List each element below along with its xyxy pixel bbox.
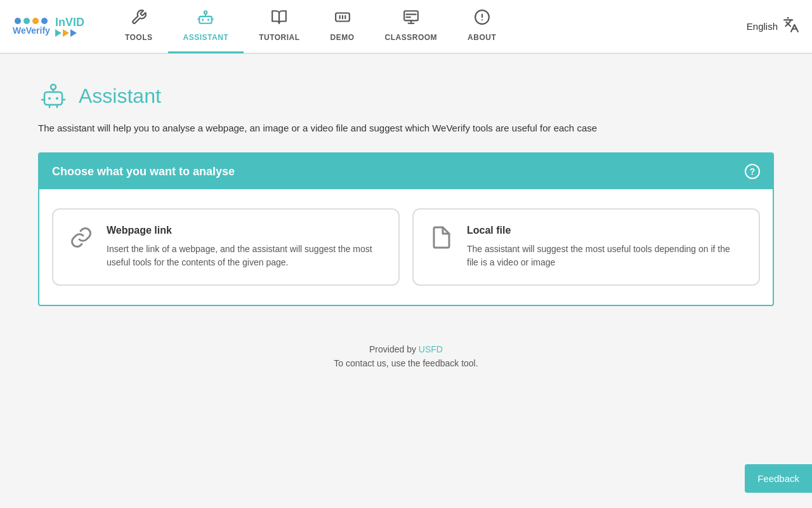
dot-4 xyxy=(41,18,48,24)
main-content: Assistant The assistant will help you to… xyxy=(0,54,812,381)
nav-classroom[interactable]: CLASSROOM xyxy=(370,0,453,53)
nav-demo-label: DEMO xyxy=(331,33,355,42)
feedback-button[interactable]: Feedback xyxy=(745,464,812,493)
main-nav: TOOLS ASSISTANT TUTORIAL xyxy=(110,0,747,53)
nav-tutorial[interactable]: TUTORIAL xyxy=(244,0,315,53)
link-icon xyxy=(69,225,94,253)
dot-2 xyxy=(23,18,30,24)
assistant-icon xyxy=(197,9,214,29)
localfile-card-title: Local file xyxy=(467,225,743,236)
invid-text: InVID xyxy=(55,16,84,29)
language-label: English xyxy=(747,21,778,32)
weverify-text: WeVerify xyxy=(13,25,50,36)
page-header: Assistant xyxy=(38,79,774,112)
footer-line2: To contact us, use the feedback tool. xyxy=(38,358,774,368)
nav-tools-label: TOOLS xyxy=(125,33,153,42)
webpage-card-title: Webpage link xyxy=(107,225,383,236)
footer-line1: Provided by USFD xyxy=(38,344,774,354)
webpage-card-desc: Insert the link of a webpage, and the as… xyxy=(107,243,383,269)
arrow-2 xyxy=(63,29,69,37)
nav-tutorial-label: TUTORIAL xyxy=(259,33,299,42)
tutorial-icon xyxy=(271,9,287,29)
nav-about[interactable]: ABOUT xyxy=(452,0,511,53)
about-icon xyxy=(474,9,490,29)
demo-icon xyxy=(334,9,351,29)
language-selector[interactable]: English xyxy=(747,17,799,37)
nav-assistant-label: ASSISTANT xyxy=(183,33,229,42)
svg-rect-0 xyxy=(200,17,213,23)
tools-icon xyxy=(131,9,147,29)
svg-point-22 xyxy=(48,97,51,100)
svg-rect-11 xyxy=(404,11,418,20)
localfile-card-desc: The assistant will suggest the most usef… xyxy=(467,243,743,269)
file-icon xyxy=(429,225,454,253)
help-button[interactable]: ? xyxy=(745,164,760,179)
nav-about-label: ABOUT xyxy=(468,33,496,42)
page-description: The assistant will help you to analyse a… xyxy=(38,123,774,133)
localfile-card[interactable]: Local file The assistant will suggest th… xyxy=(412,208,760,286)
nav-tools[interactable]: TOOLS xyxy=(110,0,168,53)
analysis-panel: Choose what you want to analyse ? Webpag… xyxy=(38,152,774,306)
nav-classroom-label: CLASSROOM xyxy=(385,33,438,42)
invid-arrows xyxy=(55,29,77,37)
panel-title: Choose what you want to analyse xyxy=(52,165,235,178)
translate-icon xyxy=(783,17,799,37)
webpage-card-content: Webpage link Insert the link of a webpag… xyxy=(107,225,383,269)
panel-body: Webpage link Insert the link of a webpag… xyxy=(39,189,773,305)
nav-demo[interactable]: DEMO xyxy=(315,0,370,53)
svg-point-23 xyxy=(56,97,58,100)
arrow-3 xyxy=(70,29,77,37)
arrow-1 xyxy=(55,29,62,37)
dot-3 xyxy=(32,18,39,24)
dot-1 xyxy=(15,18,21,24)
weverify-logo: WeVerify xyxy=(13,18,50,36)
usfd-link[interactable]: USFD xyxy=(419,344,443,354)
nav-assistant[interactable]: ASSISTANT xyxy=(168,0,244,53)
invid-logo: InVID xyxy=(55,16,84,37)
footer: Provided by USFD To contact us, use the … xyxy=(38,344,774,368)
webpage-card[interactable]: Webpage link Insert the link of a webpag… xyxy=(52,208,400,286)
page-title: Assistant xyxy=(79,84,161,108)
svg-rect-19 xyxy=(44,92,62,105)
logo-dots xyxy=(15,18,48,24)
localfile-card-content: Local file The assistant will suggest th… xyxy=(467,225,743,269)
assistant-page-icon xyxy=(38,79,69,112)
header: WeVerify InVID TOOLS xyxy=(0,0,812,54)
provided-by-text: Provided by xyxy=(369,344,416,354)
panel-header: Choose what you want to analyse ? xyxy=(39,154,773,189)
classroom-icon xyxy=(403,9,419,29)
logo-area: WeVerify InVID xyxy=(13,16,84,37)
